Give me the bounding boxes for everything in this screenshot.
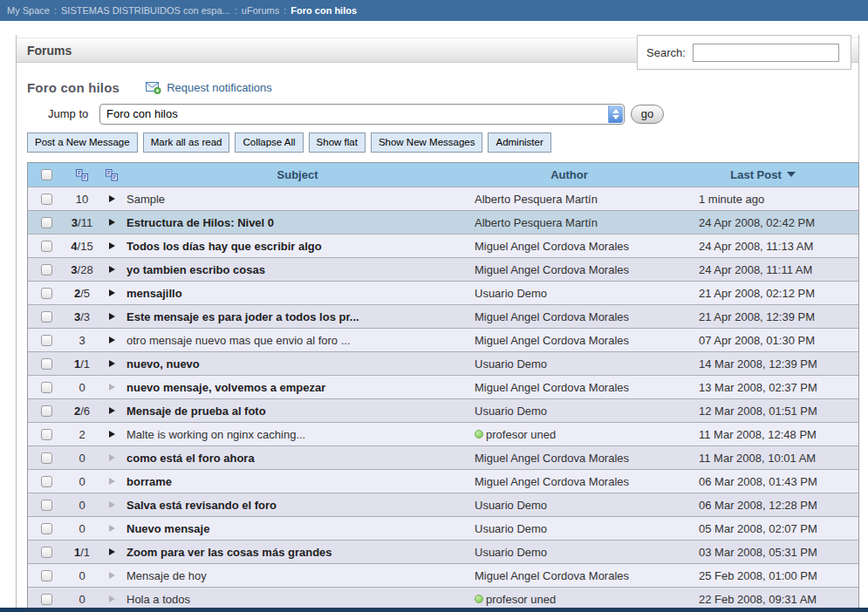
- author-column-header[interactable]: Author: [471, 168, 667, 181]
- subject-cell: Salva está revisando el foro: [124, 499, 471, 512]
- unread-count: 3: [65, 334, 99, 347]
- thread-row: 0como está el foro ahoraMiguel Angel Cor…: [28, 445, 858, 469]
- search-input[interactable]: [693, 44, 839, 62]
- last-post-time: 07 Apr 2008, 01:30 PM: [667, 334, 858, 347]
- row-checkbox[interactable]: [41, 358, 52, 370]
- thread-subject[interactable]: como está el foro ahora: [126, 452, 255, 465]
- expand-thread-icon[interactable]: [109, 337, 115, 343]
- show-new-messages-button[interactable]: Show New Messages: [371, 133, 483, 153]
- expand-thread-icon[interactable]: [109, 595, 115, 602]
- thread-subject[interactable]: nuevo, nuevo: [126, 357, 200, 371]
- thread-subject[interactable]: Hola a todos: [126, 593, 190, 606]
- expand-thread-icon[interactable]: [109, 313, 115, 320]
- expand-thread-icon[interactable]: [109, 219, 115, 226]
- thread-subject[interactable]: nuevo mensaje, volvemos a empezar: [126, 381, 325, 394]
- breadcrumb-uforums[interactable]: uForums: [242, 5, 279, 16]
- row-checkbox[interactable]: [41, 194, 52, 205]
- row-checkbox[interactable]: [41, 570, 52, 581]
- thread-subject[interactable]: otro mensaje nuevo mas que envio al foro…: [126, 334, 351, 347]
- thread-subject[interactable]: Mensaje de prueba al foto: [126, 405, 266, 418]
- envelope-add-icon: [146, 82, 161, 94]
- thread-row: 4/15Todos los días hay que escribir algo…: [28, 234, 858, 257]
- expand-cell: [99, 384, 124, 391]
- thread-subject[interactable]: mensajillo: [126, 287, 182, 300]
- expand-thread-icon[interactable]: [109, 266, 115, 273]
- thread-author: Miguel Angel Cordova Morales: [475, 240, 629, 253]
- jump-to-label: Jump to: [48, 107, 88, 120]
- thread-subject[interactable]: Malte is working on nginx caching...: [126, 428, 305, 441]
- jump-to-select[interactable]: Foro con hilos: [99, 104, 625, 125]
- row-checkbox[interactable]: [41, 382, 52, 393]
- row-checkbox[interactable]: [41, 217, 52, 228]
- row-checkbox[interactable]: [41, 500, 52, 511]
- forum-head: Foro con hilos Request notifications: [27, 80, 272, 95]
- subject-cell: Estructura de Hilos: Nivel 0: [124, 216, 471, 229]
- subject-cell: borrame: [124, 475, 471, 488]
- expand-thread-icon[interactable]: [109, 478, 115, 485]
- row-checkbox[interactable]: [41, 547, 52, 558]
- last-post-column-header[interactable]: Last Post: [667, 168, 858, 181]
- expand-thread-icon[interactable]: [109, 195, 115, 202]
- go-button[interactable]: go: [631, 105, 664, 124]
- expand-cell: [99, 219, 124, 226]
- last-post-time: 24 Apr 2008, 11:11 AM: [667, 263, 858, 276]
- last-post-time: 24 Apr 2008, 02:42 PM: [667, 216, 858, 229]
- expand-thread-icon[interactable]: [109, 548, 115, 555]
- checkbox-cell: [28, 335, 65, 346]
- show-flat-button[interactable]: Show flat: [309, 133, 366, 153]
- thread-subject[interactable]: Nuevo mensaje: [126, 522, 209, 535]
- expand-thread-icon[interactable]: [109, 525, 115, 532]
- row-checkbox[interactable]: [41, 405, 52, 417]
- expand-thread-icon[interactable]: [109, 360, 115, 367]
- subject-cell: Mensaje de prueba al foto: [124, 405, 471, 418]
- collapse-all-button[interactable]: Collapse All: [235, 133, 303, 153]
- post-new-message-button[interactable]: Post a New Message: [27, 133, 138, 153]
- row-checkbox[interactable]: [41, 523, 52, 534]
- last-post-time: 21 Apr 2008, 02:12 PM: [667, 287, 858, 300]
- thread-author: Miguel Angel Cordova Morales: [475, 381, 629, 394]
- thread-subject[interactable]: Mensaje de hoy: [126, 569, 207, 582]
- administer-button[interactable]: Administer: [488, 133, 550, 153]
- expand-thread-icon[interactable]: [109, 501, 115, 508]
- mark-all-read-button[interactable]: Mark all as read: [143, 133, 230, 153]
- row-checkbox[interactable]: [41, 264, 52, 275]
- select-all-checkbox[interactable]: [41, 169, 52, 180]
- request-notifications-link[interactable]: Request notifications: [146, 81, 272, 94]
- row-checkbox[interactable]: [41, 594, 52, 605]
- breadcrumb-course[interactable]: SISTEMAS DISTRIBUIDOS con espa...: [61, 5, 230, 16]
- last-post-time: 24 Apr 2008, 11:13 AM: [667, 240, 858, 253]
- expand-thread-icon[interactable]: [109, 384, 115, 391]
- thread-subject[interactable]: Todos los días hay que escribir algo: [126, 240, 322, 253]
- breadcrumb-my-space[interactable]: My Space: [7, 5, 50, 16]
- last-post-time: 13 Mar 2008, 02:37 PM: [667, 381, 858, 394]
- row-checkbox[interactable]: [41, 288, 52, 299]
- row-checkbox[interactable]: [41, 476, 52, 487]
- thread-subject[interactable]: Salva está revisando el foro: [126, 499, 277, 512]
- expand-thread-icon[interactable]: [109, 454, 115, 461]
- thread-subject[interactable]: Estructura de Hilos: Nivel 0: [126, 216, 274, 229]
- row-checkbox[interactable]: [41, 452, 52, 464]
- thread-subject[interactable]: Sample: [126, 193, 165, 206]
- thread-subject[interactable]: yo tambien escribo cosas: [126, 263, 265, 276]
- expand-thread-icon[interactable]: [109, 289, 115, 296]
- thread-subject[interactable]: borrame: [126, 475, 172, 488]
- expand-thread-icon[interactable]: [109, 572, 115, 579]
- sort-total-icon[interactable]: [99, 169, 124, 181]
- expand-thread-icon[interactable]: [109, 407, 115, 414]
- row-checkbox[interactable]: [41, 241, 52, 252]
- row-checkbox[interactable]: [41, 429, 52, 440]
- subject-column-header[interactable]: Subject: [124, 168, 471, 181]
- row-checkbox[interactable]: [41, 335, 52, 346]
- last-post-time: 22 Feb 2008, 09:31 AM: [667, 593, 858, 606]
- expand-thread-icon[interactable]: [109, 431, 115, 438]
- footer-bar: [0, 608, 868, 612]
- thread-subject[interactable]: Zoom para ver las cosas más grandes: [126, 546, 332, 559]
- expand-cell: [99, 266, 124, 273]
- sort-unread-icon[interactable]: [65, 169, 99, 181]
- thread-author: Miguel Angel Cordova Morales: [475, 569, 629, 582]
- thread-list: 10SampleAlberto Pesquera Martín1 minute …: [28, 187, 858, 610]
- forums-header-bar: Forums Search:: [17, 37, 858, 63]
- expand-thread-icon[interactable]: [109, 242, 115, 249]
- row-checkbox[interactable]: [41, 311, 52, 323]
- thread-subject[interactable]: Este mensaje es para joder a todos los p…: [126, 310, 359, 323]
